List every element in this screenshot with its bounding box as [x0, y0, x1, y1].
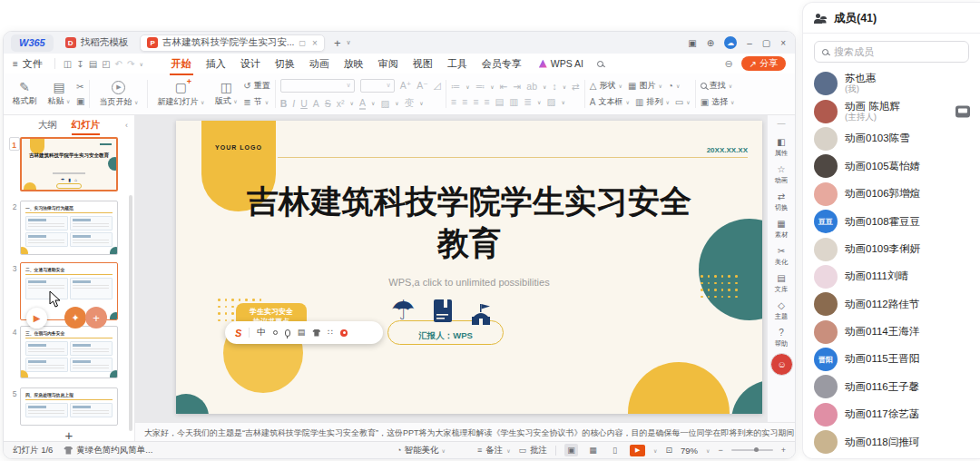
italic-icon[interactable]: I	[292, 98, 295, 109]
notes-board-icon[interactable]: ▤	[298, 329, 306, 337]
network-icon[interactable]: ⊕	[707, 38, 714, 48]
slide-1[interactable]: YOUR LOGO 20XX.XX.XX 吉林建筑科技学院学生实习安全教育 WP…	[176, 121, 762, 414]
underline-icon[interactable]: U	[300, 98, 308, 109]
rail-item[interactable]: ◇ 主题	[768, 300, 795, 321]
zoom-in-button[interactable]: +	[781, 446, 786, 455]
comments-button[interactable]: ▭ 批注	[519, 445, 548, 456]
add-slide-button[interactable]: +	[4, 427, 134, 443]
smart-feature-button[interactable]: ◔ ∨	[668, 81, 680, 91]
menu-item[interactable]: 视图	[413, 57, 433, 71]
line-spacing-icon[interactable]: ↕	[552, 81, 556, 92]
align-center-icon[interactable]: ≡	[462, 96, 467, 107]
slide-sorter-view-button[interactable]: ▦	[586, 444, 600, 456]
export-icon[interactable]: ↧	[76, 59, 83, 69]
member-row[interactable]: 动画0103陈雪	[803, 125, 980, 152]
rail-collapse-icon[interactable]: —	[768, 119, 795, 128]
new-slide-button[interactable]: ▢+ 新建幻灯片 ∨	[152, 75, 209, 113]
bullet-list-icon[interactable]: ≔	[451, 81, 461, 92]
text-effect-icon[interactable]: 变	[405, 97, 415, 110]
paste-button[interactable]: ▤ 粘贴 ∨	[42, 75, 76, 113]
hot-feature-icon[interactable]	[340, 329, 348, 337]
user-avatar[interactable]: ☺	[770, 353, 793, 376]
rail-item[interactable]: ☆ 动画	[768, 164, 795, 185]
text-shadow-icon[interactable]: A	[313, 98, 319, 109]
play-caret-icon[interactable]: ∨	[653, 447, 657, 454]
decrease-font-icon[interactable]: A⁻	[416, 80, 428, 91]
menu-item[interactable]: 工具	[447, 57, 467, 71]
editing-canvas[interactable]: YOUR LOGO 20XX.XX.XX 吉林建筑科技学院学生实习安全教育 WP…	[135, 115, 767, 422]
share-button[interactable]: ↗ 分享	[741, 56, 786, 71]
translate-icon[interactable]: 中	[257, 327, 266, 338]
quick-add-button[interactable]: +	[85, 307, 107, 329]
menu-item[interactable]: 插入	[206, 57, 226, 71]
tab-list-caret-icon[interactable]: ∨	[347, 39, 351, 46]
redo-icon[interactable]: ↷	[127, 59, 134, 69]
arrange-button[interactable]: ▥排列 ∨	[635, 96, 670, 108]
layout-button[interactable]: ◫ 版式 ∨	[209, 75, 243, 113]
zoom-slider[interactable]	[731, 449, 773, 451]
minimize-button[interactable]: –	[747, 38, 752, 48]
wps-logo-icon[interactable]: S	[235, 328, 241, 338]
maximize-button[interactable]: ▢	[762, 38, 770, 48]
tab-outline[interactable]: 大纲	[38, 119, 57, 132]
slide-thumbnail-1[interactable]: 1 吉林建筑科技学院学生实习安全教育 ☂▮⌂	[9, 137, 118, 191]
normal-view-button[interactable]: ▣	[564, 444, 578, 456]
save-icon[interactable]: ◫	[64, 59, 72, 69]
font-family-select[interactable]: ∨	[280, 79, 355, 93]
undo-icon[interactable]: ↶	[115, 59, 122, 69]
shapes-button[interactable]: △形状 ∨	[590, 80, 622, 92]
increase-indent-icon[interactable]: ⇥	[513, 81, 521, 92]
member-row[interactable]: 动画0117徐艺菡	[803, 401, 980, 428]
text-direction-icon[interactable]: ▥	[509, 96, 518, 107]
notes-button[interactable]: ≡ 备注∨	[477, 445, 511, 456]
account-avatar[interactable]: ☁	[724, 36, 737, 49]
rail-item[interactable]: ✂ 美化	[768, 246, 795, 267]
menu-item[interactable]: 放映	[344, 57, 364, 71]
tab-window-icon[interactable]: ▢	[299, 39, 307, 47]
menu-item[interactable]: 动画	[309, 57, 329, 71]
reset-button[interactable]: ↺重置	[243, 80, 270, 92]
quick-play-button[interactable]: ▶	[26, 308, 47, 329]
smart-beautify-button[interactable]: ◔ 智能美化∨	[397, 445, 446, 456]
cut-button[interactable]: ✂	[76, 82, 84, 92]
rail-item[interactable]: ⇄ 切换	[768, 191, 795, 212]
strikethrough-icon[interactable]: S	[325, 98, 331, 109]
rail-item[interactable]: ◧ 属性	[768, 137, 795, 158]
align-right-icon[interactable]: ≡	[473, 96, 478, 107]
rail-item[interactable]: ▤ 文库	[768, 273, 795, 294]
fit-slide-icon[interactable]: ⊡	[666, 446, 673, 455]
mic-icon[interactable]	[285, 329, 290, 337]
member-row[interactable]: 动画0105葛怡婧	[803, 152, 980, 180]
member-row[interactable]: 动画0109李俐妍	[803, 235, 980, 262]
split-screen-icon[interactable]: ▣	[688, 38, 696, 48]
slideshow-play-button[interactable]: ▶	[630, 445, 645, 456]
clear-format-icon[interactable]: ◿	[434, 80, 441, 91]
menu-item[interactable]: 开始	[172, 57, 191, 71]
textbox-button[interactable]: A文本框 ∨	[590, 96, 630, 108]
select-button[interactable]: ▣选择 ∨	[701, 96, 735, 108]
format-painter-button[interactable]: ✎ 格式刷	[7, 75, 42, 113]
align-left-icon[interactable]: ≡	[451, 96, 456, 107]
slide-thumbnail-5[interactable]: 5 四、应急处理与信息上报	[9, 387, 118, 426]
rail-item[interactable]: ? 帮助	[768, 328, 795, 348]
numbered-list-icon[interactable]: ≕	[475, 81, 485, 92]
menu-item[interactable]: 审阅	[378, 57, 398, 71]
menu-item[interactable]: 切换	[275, 57, 295, 71]
hamburger-icon[interactable]: ≡	[13, 59, 18, 69]
font-size-select[interactable]: ∨	[360, 79, 395, 93]
tab-slides[interactable]: 幻灯片	[72, 119, 101, 132]
quick-beautify-button[interactable]: ✦	[64, 307, 86, 329]
font-color-icon[interactable]: A	[359, 97, 366, 110]
print-preview-icon[interactable]: ◰	[102, 59, 110, 69]
copy-button[interactable]: ▣	[76, 96, 84, 106]
member-row[interactable]: 动画0106郭增煊	[803, 181, 980, 208]
floating-quick-toolbar[interactable]: S 中 ▤ ∷	[225, 321, 383, 344]
zoom-level[interactable]: 79%	[681, 446, 698, 456]
paragraph-icon[interactable]: ≣	[524, 96, 532, 107]
bold-icon[interactable]: B	[280, 98, 288, 109]
reading-view-button[interactable]: ▯	[608, 444, 622, 456]
tab-document[interactable]: P 吉林建筑科技学院学生实习安... ▢ ×	[140, 34, 325, 52]
zoom-out-button[interactable]: −	[718, 446, 722, 455]
theme-button[interactable]: 黄绿色简约风简单...	[64, 445, 152, 456]
section-button[interactable]: ≣节 ∨	[243, 96, 270, 108]
